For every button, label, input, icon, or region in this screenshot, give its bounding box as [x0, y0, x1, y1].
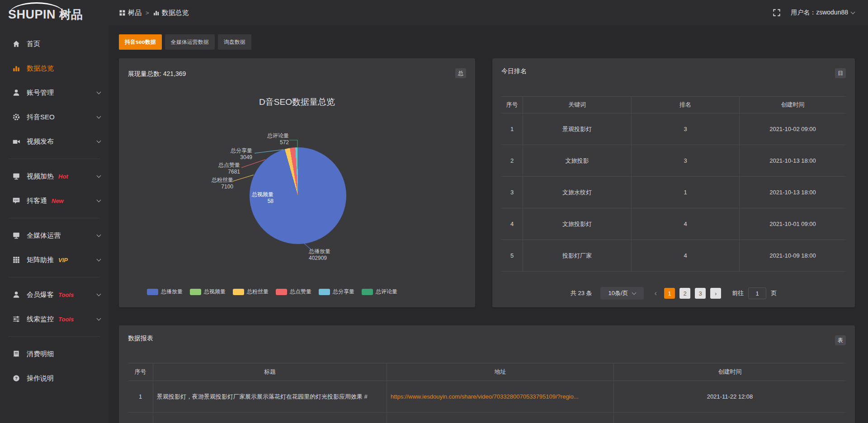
sidebar-item-doukotong[interactable]: 抖客通 New	[0, 188, 108, 213]
seo-chart-card: 展现量总数: 421,369 总 D音SEO数据量总览 总评论量572 总分享量…	[119, 58, 475, 307]
legend-swatch	[233, 289, 244, 295]
gear-icon	[12, 113, 20, 121]
topbar-right: 用户名：zswodun88	[773, 9, 854, 17]
next-page-button[interactable]: ›	[710, 288, 721, 299]
legend-item-plays[interactable]: 总播放量	[147, 288, 183, 296]
legend-swatch	[147, 289, 158, 295]
table-row: 4 文旅投影灯 4 2021-10-01 09:00	[501, 208, 846, 240]
chevron-down-icon	[97, 90, 101, 94]
sidebar-item-label: 全媒体运营	[27, 231, 61, 240]
page-button-1[interactable]: 1	[664, 288, 675, 299]
chevron-down-icon	[97, 233, 101, 237]
prev-page-button[interactable]: ‹	[652, 289, 660, 298]
table-row: 5 投影灯厂家 4 2021-10-09 18:00	[501, 240, 846, 272]
sidebar-divider	[8, 159, 100, 159]
sidebar-item-label: 视频发布	[27, 137, 54, 146]
chevron-down-icon	[632, 291, 636, 295]
bill-icon	[12, 350, 20, 358]
member-icon	[12, 291, 20, 299]
total-badge[interactable]: 总	[455, 68, 466, 78]
pie-label-likes: 总点赞量7681	[204, 162, 240, 175]
sidebar-item-label: 线索监控	[27, 315, 54, 324]
pie-chart-title: D音SEO数据量总览	[119, 96, 475, 108]
sidebar-item-video-publish[interactable]: 视频发布	[0, 129, 108, 154]
legend-item-comments[interactable]: 总评论量	[362, 288, 397, 296]
page-button-2[interactable]: 2	[679, 288, 690, 299]
sidebar: 首页 数据总览 账号管理 抖音SEO 视频发布 视频加热 Hot	[0, 25, 108, 423]
legend-swatch	[190, 289, 201, 295]
sidebar-item-home[interactable]: 首页	[0, 32, 108, 56]
chevron-down-icon	[97, 114, 101, 119]
legend-swatch	[276, 289, 287, 295]
tab-douyin-seo-data[interactable]: 抖音seo数据	[119, 34, 162, 50]
fullscreen-icon[interactable]	[773, 9, 781, 17]
legend-item-likes[interactable]: 总点赞量	[276, 288, 311, 296]
sidebar-divider	[8, 218, 100, 218]
chevron-down-icon	[97, 257, 101, 262]
page-button-3[interactable]: 3	[695, 288, 706, 299]
sidebar-item-matrix-boost[interactable]: 矩阵助推 VIP	[0, 248, 108, 272]
video-url-link[interactable]: https://www.iesdouyin.com/share/video/70…	[391, 393, 579, 400]
breadcrumb-item-current[interactable]: 数据总览	[153, 9, 189, 17]
logo[interactable]: SHUPIN 树品	[0, 0, 108, 25]
report-table-header: 序号 标题 地址 创建时间	[128, 363, 846, 381]
chevron-down-icon	[97, 316, 101, 321]
legend-item-fans[interactable]: 总粉丝量	[233, 288, 269, 296]
sidebar-item-omnimedia[interactable]: 全媒体运营	[0, 223, 108, 248]
legend-item-shares[interactable]: 总分享量	[319, 288, 354, 296]
pie-label-videos: 总视频量58	[237, 191, 274, 205]
tab-inquiry-data[interactable]: 询盘数据	[218, 34, 251, 50]
goto-page-input[interactable]	[748, 287, 766, 299]
page-unit-label: 页	[771, 289, 777, 297]
pagination: 共 23 条 10条/页 ‹ 1 2 3 › 前往 页	[492, 287, 855, 300]
table-row: 1 景观投影灯 3 2021-10-02 09:00	[501, 113, 846, 145]
total-count-label: 共 23 条	[571, 289, 592, 297]
svg-text:?: ?	[15, 376, 18, 381]
screen-icon	[12, 231, 20, 240]
sidebar-item-label: 消费明细	[27, 350, 54, 358]
sidebar-item-label: 操作说明	[27, 374, 54, 383]
breadcrumb-item-home[interactable]: 树品	[119, 9, 142, 17]
vip-tag: VIP	[58, 257, 68, 263]
table-row: 2 文旅投影 3 2021-10-13 18:00	[501, 145, 846, 177]
table-badge[interactable]: 表	[835, 335, 846, 345]
topbar: SHUPIN 树品 树品 > 数据总览 用户名：zswo	[0, 0, 868, 25]
sidebar-item-video-heat[interactable]: 视频加热 Hot	[0, 164, 108, 188]
table-row-partial	[128, 413, 846, 423]
sidebar-divider	[8, 336, 100, 337]
user-menu[interactable]: 用户名：zswodun88	[791, 9, 854, 17]
sidebar-item-label: 矩阵助推	[27, 256, 54, 264]
chevron-down-icon	[97, 292, 101, 296]
sidebar-item-member-burst[interactable]: 会员爆客 Tools	[0, 282, 108, 307]
pie-label-plays: 总播放量402909	[309, 248, 345, 262]
new-tag: New	[52, 197, 64, 204]
impressions-total: 展现量总数: 421,369	[128, 70, 186, 78]
report-title-cell: 景观投影灯，夜游景观投影灯厂家展示展示落花灯在花园里的灯光投影应用效果 #	[153, 381, 387, 412]
report-card-title: 数据报表	[128, 334, 153, 343]
sidebar-item-lead-monitor[interactable]: 线索监控 Tools	[0, 307, 108, 331]
logo-suffix: 树品	[59, 7, 83, 23]
day-badge[interactable]: 日	[835, 68, 846, 78]
data-report-card: 数据报表 表 序号 标题 地址 创建时间 1 景观投影灯，夜游景观投影灯厂家展示…	[119, 325, 855, 423]
sidebar-item-account[interactable]: 账号管理	[0, 80, 108, 105]
legend-swatch	[362, 289, 373, 295]
ranking-table: 序号 关键词 排名 创建时间 1 景观投影灯 3 2021-10-02 09:0…	[501, 96, 846, 272]
pie-label-fans: 总粉丝量7100	[197, 177, 233, 190]
sidebar-item-data-overview[interactable]: 数据总览	[0, 56, 108, 80]
ranking-table-header: 序号 关键词 排名 创建时间	[501, 96, 846, 113]
page-size-select[interactable]: 10条/页	[600, 287, 644, 300]
hot-tag: Hot	[58, 173, 68, 180]
grid-icon	[12, 256, 20, 264]
sidebar-item-instructions[interactable]: ? 操作说明	[0, 366, 108, 390]
chevron-down-icon	[97, 139, 101, 143]
logo-arc-icon	[9, 2, 64, 14]
cards-row: 展现量总数: 421,369 总 D音SEO数据量总览 总评论量572 总分享量…	[119, 58, 855, 307]
sidebar-item-label: 首页	[27, 40, 40, 48]
sidebar-item-expense-detail[interactable]: 消费明细	[0, 342, 108, 366]
legend-item-videos[interactable]: 总视频量	[190, 288, 226, 296]
pie-label-shares: 总分享量3049	[216, 147, 252, 161]
main-content: 抖音seo数据 全媒体运营数据 询盘数据 展现量总数: 421,369 总 D音…	[108, 25, 868, 423]
chart-legend: 总播放量 总视频量 总粉丝量 总点赞量 总分享量 总评论量	[119, 288, 475, 296]
sidebar-item-douyin-seo[interactable]: 抖音SEO	[0, 105, 108, 129]
tab-omnimedia-data[interactable]: 全媒体运营数据	[165, 34, 215, 50]
